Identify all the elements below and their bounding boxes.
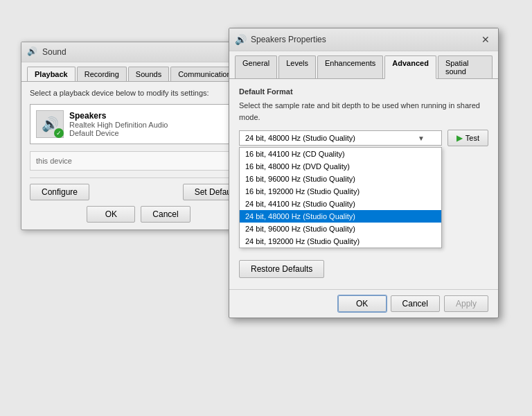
sound-title: Sound bbox=[42, 47, 250, 57]
selected-format-text: 24 bit, 48000 Hz (Studio Quality) bbox=[245, 134, 355, 142]
tab-advanced[interactable]: Advanced bbox=[384, 55, 436, 79]
ok-cancel-row: OK Cancel bbox=[30, 206, 247, 223]
sound-buttons-row: Configure Set Default bbox=[30, 177, 247, 200]
sound-dialog: 🔊 Sound Playback Recording Sounds Commun… bbox=[21, 42, 256, 230]
section-desc: Select the sample rate and bit depth to … bbox=[239, 100, 488, 123]
chevron-down-icon: ▼ bbox=[418, 135, 425, 142]
device-icon-wrap: 🔊 ✓ bbox=[36, 110, 64, 138]
restore-defaults-button[interactable]: Restore Defaults bbox=[239, 260, 324, 278]
option-3[interactable]: 16 bit, 192000 Hz (Studio Quality) bbox=[240, 185, 441, 198]
option-5[interactable]: 24 bit, 48000 Hz (Studio Quality) bbox=[240, 210, 441, 223]
speakers-title: Speakers Properties bbox=[251, 35, 475, 44]
speakers-icon: 🔊 bbox=[235, 34, 247, 45]
format-row: 24 bit, 48000 Hz (Studio Quality) ▼ 16 b… bbox=[239, 130, 488, 146]
configure-button[interactable]: Configure bbox=[30, 184, 89, 200]
tab-sounds[interactable]: Sounds bbox=[128, 67, 169, 81]
device-status: Default Device bbox=[69, 129, 241, 137]
sound-cancel-button[interactable]: Cancel bbox=[141, 206, 190, 223]
device-item[interactable]: 🔊 ✓ Speakers Realtek High Definition Aud… bbox=[30, 105, 247, 144]
properties-label: this device bbox=[36, 157, 72, 165]
sound-titlebar: 🔊 Sound bbox=[21, 42, 256, 62]
option-1[interactable]: 16 bit, 48000 Hz (DVD Quality) bbox=[240, 160, 441, 173]
playback-label: Select a playback device below to modify… bbox=[30, 89, 247, 97]
sound-tabs: Playback Recording Sounds Communications bbox=[21, 62, 256, 82]
device-list: 🔊 ✓ Speakers Realtek High Definition Aud… bbox=[30, 104, 247, 144]
option-7[interactable]: 24 bit, 192000 Hz (Studio Quality) bbox=[240, 235, 441, 248]
tab-general[interactable]: General bbox=[235, 55, 277, 78]
play-icon: ▶ bbox=[456, 133, 463, 143]
tab-enhancements[interactable]: Enhancements bbox=[317, 55, 383, 78]
speakers-body: Default Format Select the sample rate an… bbox=[229, 79, 498, 286]
speakers-dialog: 🔊 Speakers Properties ✕ General Levels E… bbox=[229, 28, 499, 318]
properties-section: this device bbox=[30, 151, 247, 171]
speakers-apply-button[interactable]: Apply bbox=[444, 295, 488, 312]
format-select-display[interactable]: 24 bit, 48000 Hz (Studio Quality) ▼ bbox=[239, 130, 442, 146]
device-desc: Realtek High Definition Audio bbox=[69, 121, 241, 129]
speakers-footer: OK Cancel Apply bbox=[229, 289, 498, 318]
test-button[interactable]: ▶ Test bbox=[447, 130, 488, 146]
sound-body: Select a playback device below to modify… bbox=[21, 82, 256, 229]
speakers-titlebar: 🔊 Speakers Properties ✕ bbox=[229, 28, 498, 51]
speakers-tabs: General Levels Enhancements Advanced Spa… bbox=[229, 51, 498, 79]
tab-levels[interactable]: Levels bbox=[278, 55, 316, 78]
speakers-cancel-button[interactable]: Cancel bbox=[391, 295, 440, 312]
option-2[interactable]: 16 bit, 96000 Hz (Studio Quality) bbox=[240, 173, 441, 185]
format-dropdown: 16 bit, 44100 Hz (CD Quality) 16 bit, 48… bbox=[239, 147, 442, 248]
tab-recording[interactable]: Recording bbox=[77, 67, 127, 81]
section-title: Default Format bbox=[239, 87, 488, 96]
close-button[interactable]: ✕ bbox=[479, 33, 493, 46]
default-check-icon: ✓ bbox=[54, 128, 64, 138]
sound-content: Playback Recording Sounds Communications… bbox=[21, 62, 256, 229]
speakers-ok-button[interactable]: OK bbox=[338, 295, 387, 312]
sound-icon: 🔊 bbox=[27, 46, 38, 58]
test-label: Test bbox=[466, 134, 479, 142]
device-name: Speakers bbox=[69, 111, 241, 121]
format-select-wrapper: 24 bit, 48000 Hz (Studio Quality) ▼ 16 b… bbox=[239, 130, 442, 146]
option-6[interactable]: 24 bit, 96000 Hz (Studio Quality) bbox=[240, 223, 441, 235]
device-info: Speakers Realtek High Definition Audio D… bbox=[69, 111, 241, 137]
sound-ok-button[interactable]: OK bbox=[87, 206, 135, 223]
tab-spatial-sound[interactable]: Spatial sound bbox=[438, 55, 493, 78]
option-4[interactable]: 24 bit, 44100 Hz (Studio Quality) bbox=[240, 198, 441, 210]
option-0[interactable]: 16 bit, 44100 Hz (CD Quality) bbox=[240, 148, 441, 160]
tab-playback[interactable]: Playback bbox=[27, 67, 76, 81]
